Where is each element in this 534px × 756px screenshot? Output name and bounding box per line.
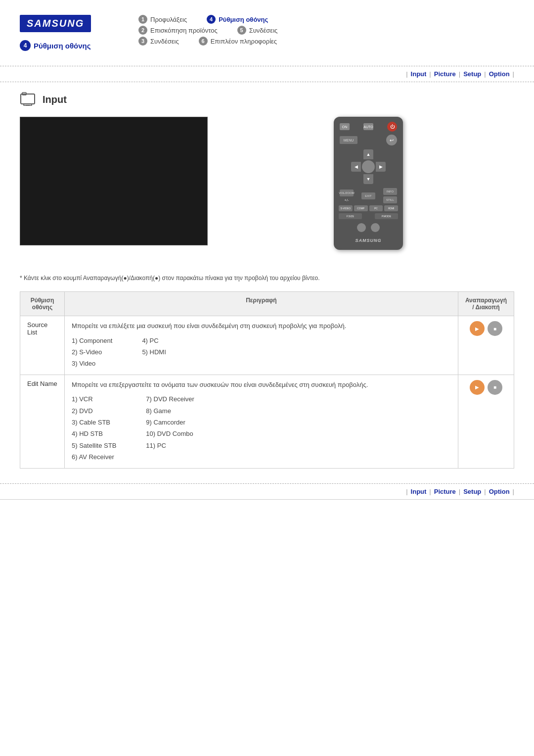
- nav-badge-4: 4: [207, 15, 216, 24]
- monitor-icon: [20, 92, 39, 107]
- source-item-1: 1) Component: [72, 335, 112, 346]
- nav-label-5: Συνδέσεις: [249, 27, 278, 34]
- remote-svideo-btn[interactable]: S-VIDEO: [339, 205, 353, 211]
- source-stop-btn[interactable]: [488, 321, 502, 336]
- bottom-nav-option[interactable]: Option: [489, 488, 510, 495]
- screen-placeholder: [20, 117, 208, 245]
- samsung-logo: SAMSUNG: [20, 15, 91, 32]
- remote-circle-right[interactable]: [371, 223, 380, 232]
- top-nav-option[interactable]: Option: [489, 70, 510, 78]
- remote-fsize-row: F.SIZE P.MODE: [338, 213, 399, 219]
- remote-bottom-circles: [338, 223, 399, 232]
- header-nav: 1 Προφυλάξεις 4 Ρύθμιση οθόνης 2 Επισκόπ…: [119, 15, 514, 46]
- table-header-desc: Περιγραφή: [65, 292, 458, 316]
- remote-still-btn[interactable]: STILL: [383, 196, 397, 203]
- remote-menu-row: MENU ↩: [338, 135, 399, 145]
- nav-badge-2: 2: [138, 26, 147, 35]
- nav-badge-6: 6: [199, 37, 208, 46]
- main-content: ON AUTO ⏻ MENU ↩ ▲ ▼ ◀ ▶: [0, 117, 534, 250]
- remote-hdmi-btn[interactable]: HDMI: [384, 205, 398, 211]
- edit-name-item-5: 5) Satellite STB: [72, 440, 116, 451]
- top-nav-setup[interactable]: Setup: [463, 70, 481, 78]
- remote-dpad-center[interactable]: [362, 160, 375, 173]
- bottom-nav-input[interactable]: Input: [411, 488, 427, 495]
- bottom-nav-sep-2: |: [459, 488, 460, 495]
- edit-name-stop-btn[interactable]: [488, 380, 502, 395]
- remote-return-btn[interactable]: ↩: [386, 135, 397, 145]
- header-nav-row-2: 2 Επισκόπηση προϊόντος 5 Συνδέσεις: [138, 26, 514, 35]
- header-nav-row-1: 1 Προφυλάξεις 4 Ρύθμιση οθόνης: [138, 15, 514, 24]
- remote-pmode-btn[interactable]: P.MODE: [375, 213, 398, 219]
- section-title-text: Input: [43, 94, 67, 105]
- remote-source-row: S-VIDEO COMP PC HDMI: [338, 205, 399, 211]
- nav-label-6: Επιπλέον πληροφορίες: [211, 38, 277, 45]
- remote-info-btn[interactable]: INFO: [383, 188, 397, 195]
- remote-dpad-right[interactable]: ▶: [376, 162, 386, 172]
- source-item-2: 2) S-Video: [72, 346, 112, 358]
- top-nav-sep-3: |: [484, 70, 486, 78]
- remote-power-btn[interactable]: ⏻: [387, 122, 397, 132]
- page-header: SAMSUNG 4 Ρύθμιση οθόνης 1 Προφυλάξεις 4…: [0, 0, 534, 61]
- edit-name-item-1: 1) VCR: [72, 393, 116, 405]
- svg-rect-0: [21, 94, 35, 104]
- source-list-col-1: 1) Component 2) S-Video 3) Video: [72, 335, 112, 370]
- source-play-btn[interactable]: [470, 321, 485, 336]
- edit-name-item-10: 10) DVD Combo: [146, 428, 194, 439]
- nav-item-2: 2 Επισκόπηση προϊόντος: [138, 26, 218, 35]
- source-list-label: Source List: [20, 316, 65, 375]
- remote-on-btn[interactable]: ON: [340, 123, 350, 130]
- remote-dpad-left[interactable]: ◀: [351, 162, 361, 172]
- edit-name-action: [458, 375, 514, 468]
- bottom-nav-picture[interactable]: Picture: [434, 488, 456, 495]
- remote-exit-btn[interactable]: EXIT: [361, 192, 375, 199]
- top-nav-input[interactable]: Input: [411, 70, 427, 78]
- section-number: 4: [20, 40, 31, 51]
- edit-name-play-btn[interactable]: [470, 380, 485, 395]
- bottom-note: * Κάντε κλικ στο κουμπί Αναπαραγωγή(●)/Δ…: [0, 265, 534, 286]
- bottom-nav-sep-1: |: [429, 488, 431, 495]
- remote-comp-btn[interactable]: COMP: [354, 205, 368, 211]
- table-row-edit-name: Edit Name Μπορείτε να επεξεργαστείτε τα …: [20, 375, 514, 468]
- nav-item-4: 4 Ρύθμιση οθόνης: [207, 15, 268, 24]
- edit-name-col-1: 1) VCR 2) DVD 3) Cable STB 4) HD STB 5) …: [72, 393, 116, 463]
- bottom-nav-bar: | Input | Picture | Setup | Option |: [0, 483, 534, 499]
- table-header-setting: Ρύθμιση οθόνης: [20, 292, 65, 316]
- remote-top-row: ON AUTO ⏻: [338, 122, 399, 132]
- nav-item-1: 1 Προφυλάξεις: [138, 15, 187, 24]
- remote-circle-left[interactable]: [357, 223, 366, 232]
- source-list-cols: 1) Component 2) S-Video 3) Video 4) PC 5…: [72, 335, 451, 370]
- edit-name-play-stop: [465, 380, 507, 395]
- remote-container: ON AUTO ⏻ MENU ↩ ▲ ▼ ◀ ▶: [222, 117, 514, 250]
- remote-pc-btn[interactable]: PC: [369, 205, 383, 211]
- remote-control: ON AUTO ⏻ MENU ↩ ▲ ▼ ◀ ▶: [334, 117, 403, 250]
- edit-name-item-11: 11) PC: [146, 440, 194, 451]
- source-item-4: 4) PC: [142, 335, 166, 346]
- remote-menu-btn[interactable]: MENU: [340, 136, 357, 144]
- source-list-col-2: 4) PC 5) HDMI: [142, 335, 166, 370]
- remote-vol-zoom-btn[interactable]: VOL/ZOOM: [340, 189, 354, 196]
- table-header-action: Αναπαραγωγή / Διακοπή: [458, 292, 514, 316]
- top-nav-sep-1: |: [429, 70, 431, 78]
- nav-label-3: Συνδέσεις: [150, 38, 179, 45]
- remote-exit-row: VOL/ZOOM +/- EXIT INFO STILL: [338, 188, 399, 203]
- bottom-nav-sep-3: |: [484, 488, 486, 495]
- remote-dpad-down[interactable]: ▼: [363, 174, 373, 184]
- nav-badge-1: 1: [138, 15, 147, 24]
- remote-dpad-up[interactable]: ▲: [363, 149, 373, 159]
- nav-label-1: Προφυλάξεις: [150, 16, 187, 23]
- top-nav-sep-4: |: [513, 70, 514, 78]
- edit-name-cols: 1) VCR 2) DVD 3) Cable STB 4) HD STB 5) …: [72, 393, 451, 463]
- nav-item-6: 6 Επιπλέον πληροφορίες: [199, 37, 277, 46]
- bottom-nav-setup[interactable]: Setup: [463, 488, 481, 495]
- nav-badge-5: 5: [237, 26, 246, 35]
- remote-auto-btn[interactable]: AUTO: [363, 123, 373, 130]
- edit-name-label: Edit Name: [20, 375, 65, 468]
- top-nav-bar: | Input | Picture | Setup | Option |: [0, 66, 534, 82]
- remote-fsize-btn[interactable]: F.SIZE: [339, 213, 362, 219]
- section-badge: 4 Ρύθμιση οθόνης: [20, 40, 119, 51]
- source-item-3: 3) Video: [72, 358, 112, 369]
- edit-name-item-3: 3) Cable STB: [72, 417, 116, 428]
- nav-badge-3: 3: [138, 37, 147, 46]
- edit-name-item-9: 9) Camcorder: [146, 417, 194, 428]
- top-nav-picture[interactable]: Picture: [434, 70, 456, 78]
